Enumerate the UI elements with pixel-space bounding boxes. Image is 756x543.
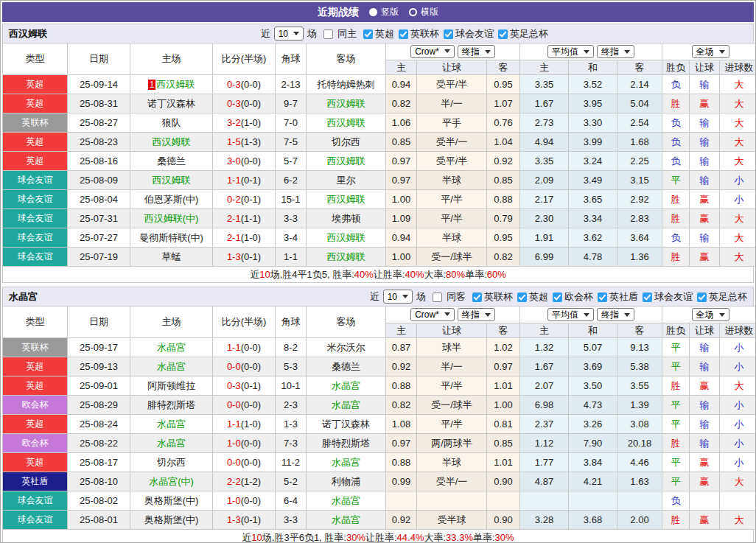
league-filter-checkbox[interactable] <box>517 292 527 302</box>
score-cell: 0-0(0-0) <box>213 453 276 472</box>
score-cell: 1-0(0-0) <box>213 491 276 511</box>
odds-handicap-line: 半球 <box>417 228 487 248</box>
average-select-value: 平均值 <box>552 309 578 321</box>
half-time-score: (0-1) <box>241 514 261 525</box>
home-team: 狼队 <box>130 113 213 133</box>
radio-unselected-icon[interactable] <box>409 8 417 16</box>
half-time-score: (0-0) <box>241 495 261 506</box>
summary-segment: 44.4% <box>397 532 424 543</box>
chevron-down-icon <box>624 50 630 54</box>
chevron-down-icon <box>584 50 589 54</box>
same-venue-checkbox[interactable] <box>323 29 333 39</box>
full-time-score: 2-2 <box>227 476 241 487</box>
average-select[interactable]: 平均值 <box>547 308 594 321</box>
league-filter-checkbox[interactable] <box>643 292 652 302</box>
average-time-select[interactable]: 终指 <box>597 308 634 321</box>
result-goals: 小 <box>720 357 756 376</box>
results-table: 类型日期主场比分(半场)角球客场Crow*终指平均值终指全场主让球客主和客胜负让… <box>2 43 756 267</box>
odds-away: 1.01 <box>487 376 520 396</box>
section-header: 水晶宫近10场同客英联杯英超欧会杯英社盾球会友谊英足总杯 <box>2 287 754 306</box>
away-team-name: 腓特烈斯塔 <box>322 438 370 449</box>
league-filter-checkbox[interactable] <box>472 292 482 302</box>
league-filter-checkbox[interactable] <box>697 292 707 302</box>
league-filter-checkbox[interactable] <box>444 29 453 39</box>
avg-draw: 3.68 <box>569 511 617 530</box>
bookmaker-select[interactable]: Crow* <box>410 45 455 58</box>
result-handicap: 赢 <box>690 209 720 228</box>
score-cell: 1-3(0-1) <box>213 511 276 530</box>
result-win-draw-loss: 平 <box>662 415 690 434</box>
odds-handicap-line: 半球 <box>417 171 487 190</box>
column-header: 类型 <box>3 43 68 75</box>
match-count-select[interactable]: 10 <box>274 27 304 41</box>
radio-selected-icon[interactable] <box>369 8 377 16</box>
same-venue-checkbox[interactable] <box>433 292 442 302</box>
full-time-score: 2-1 <box>227 232 241 243</box>
match-count-select[interactable]: 10 <box>383 290 413 304</box>
home-team: 阿斯顿维拉 <box>130 376 213 396</box>
average-group-header: 平均值终指 <box>520 43 662 60</box>
result-win-draw-loss: 平 <box>662 357 690 376</box>
result-goals: 小 <box>720 415 756 434</box>
result-handicap: 输 <box>690 434 720 453</box>
home-team: 1西汉姆联 <box>130 75 213 94</box>
league-type-badge: 英超 <box>3 75 68 94</box>
odds-home: 1.09 <box>386 209 417 228</box>
recent-results-panel: 近期战绩 竖版 横版 西汉姆联近10场同主英超英联杯球会友谊英足总杯类型日期主场… <box>0 0 756 543</box>
corners-cell: 10-1 <box>276 376 307 396</box>
column-header: 主场 <box>130 306 213 338</box>
scope-select[interactable]: 全场 <box>692 45 729 58</box>
full-time-score: 0-3 <box>227 380 241 391</box>
filter-bar: 近10场同客英联杯英超欧会杯英社盾球会友谊英足总杯 <box>368 290 747 304</box>
result-goals: 大 <box>720 94 756 113</box>
league-type-badge: 球会友谊 <box>3 228 68 248</box>
away-team: 切尔西 <box>307 133 386 152</box>
layout-radio-vertical[interactable]: 竖版 <box>369 6 399 18</box>
summary-segment: 大率: <box>424 531 446 543</box>
away-team: 西汉姆联 <box>307 94 386 113</box>
summary-segment: 10 <box>251 532 262 543</box>
league-type-badge: 欧会杯 <box>3 396 68 415</box>
summary-segment: 10 <box>259 269 270 280</box>
league-filter-checkbox[interactable] <box>498 29 508 39</box>
sub-column-header: 胜负 <box>662 323 690 338</box>
bookmaker-select[interactable]: Crow* <box>410 308 455 321</box>
home-team: 水晶宫 <box>130 434 213 453</box>
avg-draw <box>569 491 617 511</box>
league-filter-checkbox[interactable] <box>553 292 562 302</box>
league-type-badge: 球会友谊 <box>3 171 68 190</box>
league-type-badge: 英超 <box>3 453 68 472</box>
table-header-group-row: 类型日期主场比分(半场)角球客场Crow*终指平均值终指全场 <box>3 43 756 60</box>
scope-select[interactable]: 全场 <box>692 308 729 321</box>
score-cell: 0-2(0-1) <box>213 190 276 209</box>
bookmaker-time-select[interactable]: 终指 <box>458 45 495 58</box>
league-filter-checkbox[interactable] <box>363 29 373 39</box>
odds-handicap-line: 受半/一 <box>417 472 487 491</box>
away-team: 桑德兰 <box>307 357 386 376</box>
result-win-draw-loss: 胜 <box>662 434 690 453</box>
filter-bar: 近10场同主英超英联杯球会友谊英足总杯 <box>259 27 548 41</box>
result-handicap: 赢 <box>690 453 720 472</box>
summary-segment: 场,胜4平1负5, 胜率: <box>270 268 354 281</box>
away-team-name: 桑德兰 <box>332 361 360 372</box>
match-count-select-value: 10 <box>388 292 397 302</box>
home-team: 腓特烈斯塔 <box>130 396 213 415</box>
league-filter-checkbox[interactable] <box>598 292 607 302</box>
corners-cell: 1-1 <box>276 248 307 267</box>
result-goals: 大 <box>720 511 756 530</box>
sub-column-header: 主 <box>520 323 569 338</box>
layout-radio-horizontal[interactable]: 横版 <box>409 6 438 18</box>
home-team-name: 草蜢 <box>162 251 181 262</box>
summary-segment: 单率: <box>465 268 487 281</box>
average-select[interactable]: 平均值 <box>547 45 594 58</box>
chevron-down-icon <box>402 295 408 298</box>
sub-column-header: 和 <box>569 60 617 75</box>
bookmaker-time-select[interactable]: 终指 <box>458 308 495 321</box>
league-filter-label: 英足总杯 <box>510 27 548 41</box>
match-date: 25-07-31 <box>68 209 130 228</box>
half-time-score: (0-1) <box>241 251 261 262</box>
average-time-select[interactable]: 终指 <box>597 45 634 58</box>
sub-column-header: 让球 <box>417 323 487 338</box>
league-filter-checkbox[interactable] <box>399 29 408 39</box>
match-date: 25-08-29 <box>68 396 130 415</box>
